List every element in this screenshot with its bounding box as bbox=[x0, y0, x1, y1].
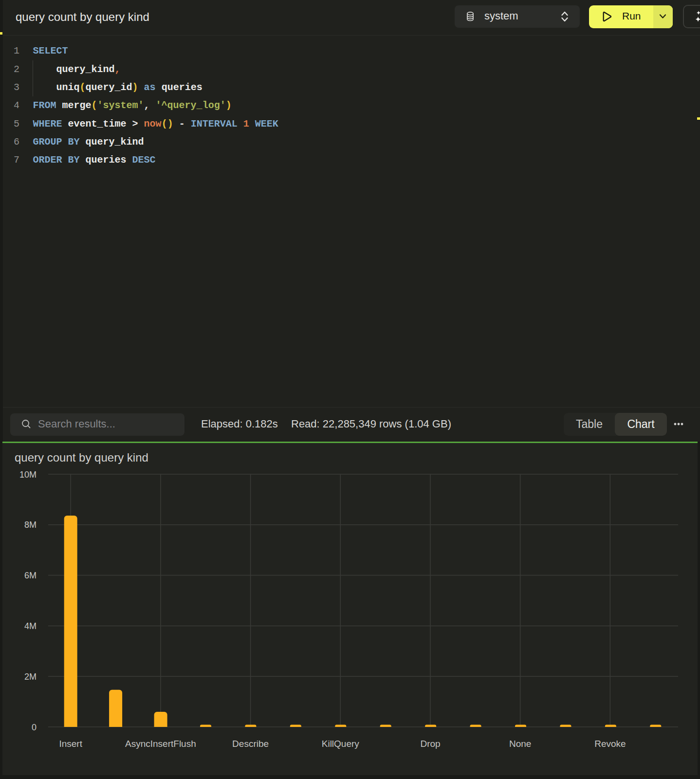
svg-text:None: None bbox=[509, 739, 531, 749]
svg-text:10M: 10M bbox=[19, 470, 37, 480]
svg-text:Insert: Insert bbox=[59, 739, 82, 749]
svg-text:Describe: Describe bbox=[232, 739, 269, 749]
svg-text:query count by query kind: query count by query kind bbox=[15, 451, 148, 464]
svg-text:Revoke: Revoke bbox=[594, 739, 626, 749]
svg-text:6M: 6M bbox=[24, 571, 37, 580]
svg-text:0: 0 bbox=[32, 723, 37, 732]
svg-text:Drop: Drop bbox=[420, 739, 440, 749]
svg-text:AsyncInsertFlush: AsyncInsertFlush bbox=[125, 739, 196, 749]
svg-text:8M: 8M bbox=[24, 520, 37, 530]
svg-text:KillQuery: KillQuery bbox=[322, 739, 360, 749]
svg-text:2M: 2M bbox=[24, 672, 37, 682]
svg-text:4M: 4M bbox=[24, 621, 37, 631]
